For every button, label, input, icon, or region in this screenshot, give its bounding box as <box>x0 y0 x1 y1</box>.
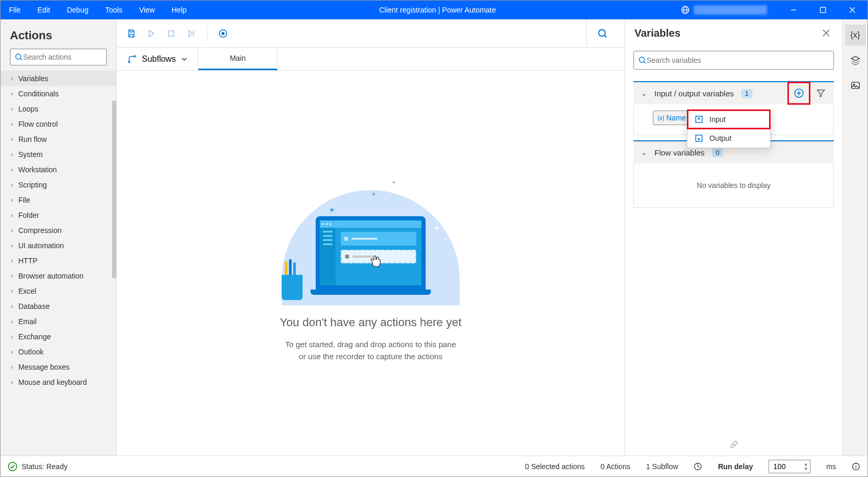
status-subflows: 1 Subflow <box>646 462 678 471</box>
menu-item-label: Input <box>709 115 726 124</box>
category-item[interactable]: ›Exchange <box>1 329 116 344</box>
rail-variables[interactable]: {x} <box>845 25 866 46</box>
status-bar: Status: Ready 0 Selected actions 0 Actio… <box>1 456 867 476</box>
variables-header: Variables <box>635 27 681 39</box>
variables-search-input[interactable] <box>647 56 829 64</box>
menu-debug[interactable]: Debug <box>59 1 97 19</box>
stop-button[interactable] <box>163 25 180 42</box>
recorder-button[interactable] <box>215 25 231 42</box>
run-delay-input[interactable]: ▲▼ <box>769 460 810 473</box>
subflows-icon <box>127 54 137 64</box>
category-item[interactable]: ›Run flow <box>1 131 116 147</box>
menu-view[interactable]: View <box>131 1 163 19</box>
svg-point-6 <box>221 32 225 35</box>
clock-icon <box>694 462 702 471</box>
actions-search[interactable] <box>10 49 107 65</box>
chevron-right-icon: › <box>11 75 13 82</box>
category-item[interactable]: ›UI automation <box>1 238 116 253</box>
category-item[interactable]: ›System <box>1 147 116 162</box>
menu-edit[interactable]: Edit <box>29 1 59 19</box>
output-icon <box>695 134 703 142</box>
category-item[interactable]: ›Outlook <box>1 344 116 359</box>
run-button[interactable] <box>143 25 160 42</box>
svg-rect-4 <box>169 31 174 36</box>
step-button[interactable] <box>183 25 199 42</box>
close-button[interactable] <box>839 1 865 19</box>
svg-point-3 <box>16 54 21 59</box>
right-rail: {x} <box>842 19 867 456</box>
flow-variables-count: 0 <box>712 148 723 157</box>
status-actions: 0 Actions <box>600 462 630 471</box>
minimize-button[interactable] <box>781 1 807 19</box>
designer-canvas[interactable]: ✦ ✦ ✦ ✦ ✦ <box>117 71 625 456</box>
empty-illustration: ✦ ✦ ✦ ✦ ✦ <box>276 164 465 305</box>
category-item[interactable]: ›Compression <box>1 223 116 238</box>
io-variables-title: Input / output variables <box>654 89 734 98</box>
io-variables-count: 1 <box>741 89 752 98</box>
toolbar-search[interactable] <box>586 19 618 47</box>
svg-point-9 <box>134 56 136 57</box>
menu-file[interactable]: File <box>1 1 29 19</box>
actions-search-input[interactable] <box>23 53 115 61</box>
menu-item-output[interactable]: Output <box>687 129 770 148</box>
category-item[interactable]: ›Database <box>1 298 116 314</box>
menu-item-label: Output <box>709 134 731 142</box>
stepper-icon[interactable]: ▲▼ <box>804 462 808 471</box>
info-icon[interactable] <box>852 462 860 471</box>
variable-name: Name <box>666 114 686 122</box>
svg-point-8 <box>128 61 130 62</box>
window-title: Client registration | Power Automate <box>195 6 680 14</box>
add-variable-button[interactable] <box>788 82 810 104</box>
run-delay-value[interactable] <box>773 462 794 471</box>
actions-panel: Actions ›Variables ›Conditionals ›Loops … <box>1 19 117 456</box>
maximize-button[interactable] <box>810 1 836 19</box>
menu-tools[interactable]: Tools <box>97 1 131 19</box>
close-panel-button[interactable] <box>819 26 833 40</box>
category-item[interactable]: ›HTTP <box>1 253 116 268</box>
category-item[interactable]: ›File <box>1 192 116 207</box>
rail-images[interactable] <box>845 75 866 96</box>
category-item[interactable]: ›Browser automation <box>1 268 116 283</box>
variables-search[interactable] <box>633 51 834 70</box>
category-item[interactable]: ›Email <box>1 314 116 329</box>
svg-point-7 <box>599 29 606 36</box>
menu-item-input[interactable]: Input <box>687 110 770 129</box>
search-icon <box>638 56 647 64</box>
io-variables-header[interactable]: ⌄ Input / output variables 1 <box>633 82 834 104</box>
status-ok-icon <box>8 462 17 471</box>
subflows-dropdown[interactable]: Subflows <box>117 48 198 70</box>
menu-bar: File Edit Debug Tools View Help <box>1 1 195 19</box>
actions-categories[interactable]: ›Variables ›Conditionals ›Loops ›Flow co… <box>1 71 116 456</box>
svg-point-10 <box>639 57 644 62</box>
status-selected: 0 Selected actions <box>525 462 585 471</box>
category-item[interactable]: ›Scripting <box>1 177 116 192</box>
search-icon <box>15 53 23 61</box>
category-item[interactable]: ›Folder <box>1 207 116 223</box>
category-item[interactable]: ›Conditionals <box>1 86 116 101</box>
add-variable-menu: Input Output <box>687 109 771 148</box>
environment-icon[interactable] <box>680 5 691 15</box>
empty-subtitle: To get started, drag and drop actions to… <box>285 339 456 362</box>
clear-button[interactable] <box>729 440 739 449</box>
chevron-down-icon: ⌄ <box>641 148 647 157</box>
filter-button[interactable] <box>810 82 832 104</box>
variable-icon: {x} <box>658 115 664 121</box>
category-variables[interactable]: ›Variables <box>1 71 116 86</box>
category-item[interactable]: ›Flow control <box>1 116 116 131</box>
save-button[interactable] <box>123 25 140 42</box>
toolbar <box>117 19 625 48</box>
category-item[interactable]: ›Excel <box>1 283 116 298</box>
category-item[interactable]: ›Mouse and keyboard <box>1 374 116 390</box>
category-item[interactable]: ›Message boxes <box>1 359 116 374</box>
input-icon <box>695 115 703 124</box>
menu-help[interactable]: Help <box>163 1 195 19</box>
flow-variables-title: Flow variables <box>654 148 705 157</box>
category-item[interactable]: ›Loops <box>1 101 116 116</box>
scrollbar[interactable] <box>112 101 116 279</box>
tab-main[interactable]: Main <box>198 48 277 70</box>
category-item[interactable]: ›Workstation <box>1 162 116 177</box>
empty-title: You don't have any actions here yet <box>280 316 461 329</box>
rail-ui-elements[interactable] <box>845 50 866 71</box>
ms-label: ms <box>826 462 836 471</box>
svg-rect-2 <box>820 7 826 13</box>
